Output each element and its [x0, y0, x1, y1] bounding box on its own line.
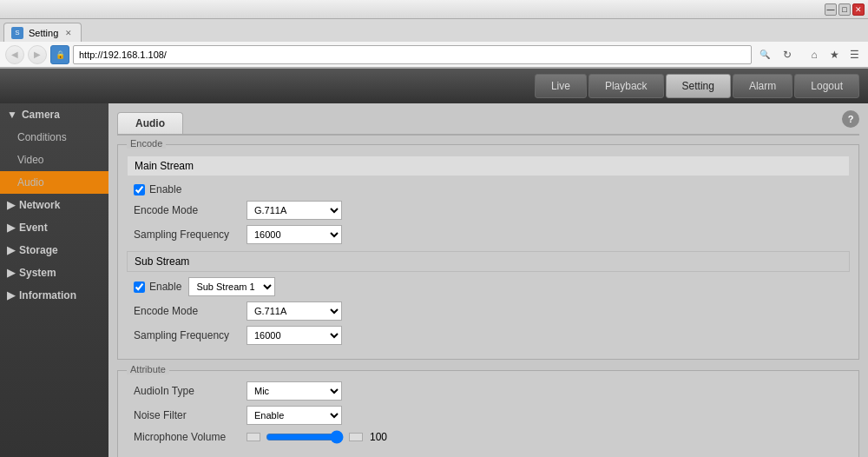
noise-filter-select[interactable]: Enable Disable [247, 406, 342, 425]
sub-stream-enable-label: Enable [149, 281, 181, 293]
sidebar: ▼ Camera Conditions Video Audio ▶ Networ… [0, 103, 108, 457]
close-tab-button[interactable]: ✕ [63, 28, 74, 38]
close-button[interactable]: ✕ [852, 3, 865, 16]
sidebar-item-conditions[interactable]: Conditions [0, 126, 108, 149]
sub-encode-mode-row: Encode Mode G.711A G.711U G.726 PCM [127, 301, 850, 321]
encode-legend: Encode [127, 138, 166, 149]
main-area: ▼ Camera Conditions Video Audio ▶ Networ… [0, 103, 868, 457]
tab-live[interactable]: Live [535, 74, 587, 98]
volume-slider-container: 100 [247, 430, 387, 444]
top-nav: Live Playback Setting Alarm Logout [0, 69, 868, 103]
browser-chrome: — □ ✕ S Setting ✕ ◀ ▶ 🔒 🔍 ↻ ⌂ ★ ☰ [0, 0, 868, 69]
forward-button[interactable]: ▶ [28, 45, 47, 64]
volume-value: 100 [370, 431, 387, 443]
storage-label: Storage [19, 244, 58, 256]
main-encode-mode-row: Encode Mode G.711A G.711U G.726 PCM [127, 201, 850, 220]
event-label: Event [19, 222, 48, 234]
tab-playback[interactable]: Playback [589, 74, 664, 98]
sidebar-item-information[interactable]: ▶ Information [0, 284, 108, 307]
main-sampling-freq-select[interactable]: 8000 16000 32000 44100 [247, 225, 342, 244]
system-label: System [19, 267, 56, 279]
title-bar-buttons: — □ ✕ [825, 3, 865, 16]
sub-stream-select[interactable]: Sub Stream 1 Sub Stream 2 [188, 277, 275, 296]
toolbar-right: ⌂ ★ ☰ [806, 46, 863, 63]
tab-logout[interactable]: Logout [794, 74, 859, 98]
sub-sampling-freq-row: Sampling Frequency 8000 16000 32000 4410… [127, 326, 850, 345]
page-tab-bar: Audio [117, 112, 859, 136]
content-area: ? Audio Integrity Trading co., ltd Encod… [108, 103, 868, 457]
search-button[interactable]: 🔍 [755, 45, 774, 64]
sidebar-item-video[interactable]: Video [0, 149, 108, 171]
slider-right-control [349, 433, 363, 441]
address-bar: ◀ ▶ 🔒 🔍 ↻ ⌂ ★ ☰ [0, 42, 868, 68]
tab-label: Setting [29, 28, 58, 38]
information-arrow: ▶ [7, 289, 15, 301]
attribute-section: Attribute AudioIn Type Mic Line In Noise… [117, 370, 859, 457]
sidebar-item-system[interactable]: ▶ System [0, 262, 108, 284]
video-label: Video [17, 154, 43, 166]
menu-icon[interactable]: ☰ [845, 46, 863, 63]
network-label: Network [19, 199, 60, 211]
main-stream-enable-row: Enable [127, 183, 850, 195]
audioin-type-row: AudioIn Type Mic Line In [127, 381, 850, 401]
event-arrow: ▶ [7, 222, 15, 234]
main-stream-enable-checkbox[interactable] [134, 184, 145, 195]
back-button[interactable]: ◀ [5, 45, 24, 64]
volume-slider[interactable] [266, 430, 344, 444]
audio-label: Audio [17, 176, 44, 189]
system-arrow: ▶ [7, 267, 15, 279]
maximize-button[interactable]: □ [838, 3, 851, 16]
camera-label: Camera [22, 109, 60, 121]
information-label: Information [19, 289, 76, 301]
security-icon: 🔒 [50, 45, 69, 64]
microphone-volume-label: Microphone Volume [134, 431, 247, 443]
minimize-button[interactable]: — [825, 3, 837, 16]
favicon-icon: S [11, 27, 23, 39]
help-button[interactable]: ? [842, 110, 859, 128]
main-stream-label: Main Stream [127, 156, 850, 176]
camera-arrow: ▼ [7, 109, 17, 121]
url-input[interactable] [73, 45, 752, 64]
sub-encode-mode-label: Encode Mode [134, 305, 247, 317]
noise-filter-label: Noise Filter [134, 409, 247, 421]
sub-stream-header: Sub Stream [127, 251, 850, 272]
home-icon[interactable]: ⌂ [806, 46, 823, 63]
noise-filter-row: Noise Filter Enable Disable [127, 406, 850, 425]
slider-left-control [247, 433, 260, 441]
sidebar-item-camera[interactable]: ▼ Camera [0, 103, 108, 126]
conditions-label: Conditions [17, 131, 67, 143]
audioin-type-select[interactable]: Mic Line In [247, 381, 342, 401]
network-arrow: ▶ [7, 199, 15, 211]
tab-alarm[interactable]: Alarm [733, 74, 792, 98]
sidebar-item-audio[interactable]: Audio [0, 171, 108, 194]
main-encode-mode-label: Encode Mode [134, 204, 247, 216]
sub-stream-enable-checkbox[interactable] [134, 281, 145, 293]
sub-sampling-freq-label: Sampling Frequency [134, 329, 247, 341]
audio-tab[interactable]: Audio [117, 112, 183, 134]
tab-bar: S Setting ✕ [0, 19, 868, 42]
sub-encode-mode-select[interactable]: G.711A G.711U G.726 PCM [247, 301, 342, 321]
tab-setting[interactable]: Setting [666, 74, 731, 98]
attribute-legend: Attribute [127, 364, 169, 374]
app-container: Live Playback Setting Alarm Logout ▼ Cam… [0, 69, 868, 457]
audioin-type-label: AudioIn Type [134, 385, 247, 397]
storage-arrow: ▶ [7, 244, 15, 256]
sidebar-item-network[interactable]: ▶ Network [0, 194, 108, 216]
sidebar-item-event[interactable]: ▶ Event [0, 216, 108, 239]
star-icon[interactable]: ★ [825, 46, 843, 63]
encode-section: Encode Main Stream Enable Encode Mode G.… [117, 144, 859, 360]
title-bar: — □ ✕ [0, 0, 868, 19]
sub-sampling-freq-select[interactable]: 8000 16000 32000 44100 [247, 326, 342, 345]
main-sampling-freq-row: Sampling Frequency 8000 16000 32000 4410… [127, 225, 850, 244]
refresh-button[interactable]: ↻ [778, 45, 797, 64]
main-encode-mode-select[interactable]: G.711A G.711U G.726 PCM [247, 201, 342, 220]
browser-tab[interactable]: S Setting ✕ [3, 23, 82, 42]
main-sampling-freq-label: Sampling Frequency [134, 228, 247, 241]
sidebar-item-storage[interactable]: ▶ Storage [0, 239, 108, 262]
main-stream-enable-label: Enable [149, 183, 181, 195]
microphone-volume-row: Microphone Volume 100 [127, 430, 850, 444]
sub-stream-enable-row: Enable Sub Stream 1 Sub Stream 2 [127, 277, 850, 296]
